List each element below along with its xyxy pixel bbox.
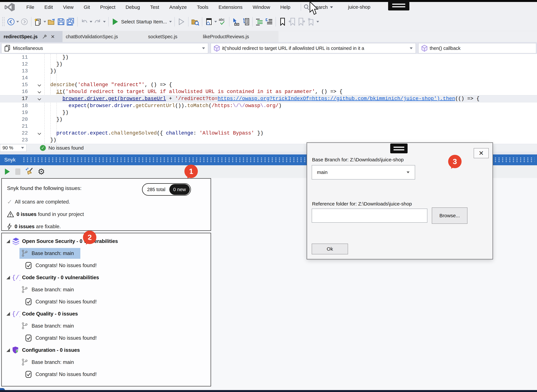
fold-chevron-icon[interactable] — [38, 131, 41, 135]
document-outline-button[interactable] — [241, 18, 250, 26]
menu-edit[interactable]: Edit — [39, 2, 58, 12]
callback-dropdown[interactable]: then() callback — [418, 43, 536, 53]
overflow-caret-icon[interactable] — [214, 21, 217, 23]
undo-dropdown-caret-icon[interactable] — [90, 21, 92, 23]
start-debug-icon[interactable] — [111, 18, 120, 26]
select-startup-item-button[interactable]: Select Startup Item... — [121, 19, 167, 24]
tree-item[interactable]: Congrats! No issues found! — [2, 259, 211, 271]
next-bookmark-button[interactable] — [297, 18, 306, 26]
format-document-button[interactable] — [265, 18, 273, 26]
code-line-17[interactable]: 17 browser.driver.get(browser.baseUrl + … — [0, 95, 537, 102]
code-line-11[interactable]: 11 }) — [0, 54, 537, 61]
tree-item[interactable]: Congrats! No issues found! — [2, 332, 211, 344]
cube-icon — [421, 45, 428, 52]
menu-extensions[interactable]: Extensions — [213, 2, 247, 12]
menu-view[interactable]: View — [58, 2, 79, 12]
tree-section-2[interactable]: {/}Code Quality - 0 issues — [2, 308, 211, 320]
code-line-18[interactable]: 18 expect(browser.driver.getCurrentUrl()… — [0, 102, 537, 109]
tree-item[interactable]: Congrats! No issues found! — [2, 296, 211, 308]
undo-button[interactable] — [80, 18, 89, 26]
tree-section-0[interactable]: Open Source Security - 0 vulnerabilities — [2, 235, 211, 247]
menu-debug[interactable]: Debug — [120, 2, 145, 12]
tree-item[interactable]: Base branch: main — [2, 356, 211, 368]
new-file-button[interactable] — [34, 18, 42, 26]
braces-icon: {/} — [12, 274, 20, 281]
indent-button[interactable] — [255, 18, 264, 26]
tree-item[interactable]: Base branch: main — [2, 284, 211, 296]
tree-item[interactable]: Congrats! No issues found! — [2, 368, 211, 380]
tab-socketspec[interactable]: socketSpec.js — [148, 31, 177, 42]
menu-analyze[interactable]: Analyze — [164, 2, 192, 12]
code-line-20[interactable]: 20 }) — [0, 116, 537, 123]
open-file-button[interactable] — [47, 18, 56, 26]
tree-section-1[interactable]: {/}Code Security - 0 vulnerabilities — [2, 271, 211, 284]
menu-test[interactable]: Test — [145, 2, 164, 12]
browse-button[interactable]: Browse... — [432, 207, 467, 224]
code-line-22[interactable]: 22 protractor.expect.challengeSolved({ c… — [0, 130, 537, 137]
save-all-button[interactable] — [66, 18, 75, 26]
menu-project[interactable]: Project — [95, 2, 120, 12]
navigate-window-button[interactable] — [205, 18, 213, 26]
back-dropdown-caret-icon[interactable] — [16, 21, 19, 23]
project-dropdown[interactable]: Miscellaneous — [1, 43, 208, 53]
bookmark-overflow-caret-icon[interactable] — [316, 21, 319, 23]
svg-text:{/}: {/} — [12, 275, 20, 281]
redo-dropdown-caret-icon[interactable] — [103, 21, 106, 23]
fold-chevron-icon[interactable] — [38, 83, 41, 86]
reference-folder-input[interactable] — [312, 209, 427, 223]
svg-text:{/}: {/} — [12, 311, 20, 317]
save-button[interactable] — [57, 18, 65, 26]
fold-chevron-icon[interactable] — [38, 90, 41, 93]
ok-button[interactable]: Ok — [312, 243, 348, 254]
code-line-15[interactable]: 15 describe('challenge "redirect"', () =… — [0, 81, 537, 88]
startup-dropdown-caret-icon[interactable] — [169, 21, 172, 23]
menu-tools[interactable]: Tools — [192, 2, 213, 12]
toolbar-grip[interactable] — [2, 17, 5, 26]
code-line-21[interactable]: 21 — [0, 123, 537, 130]
snyk-stop-button[interactable] — [15, 168, 20, 175]
navigate-back-button[interactable] — [7, 18, 15, 26]
tree-expander-icon[interactable] — [6, 348, 10, 352]
redo-button[interactable] — [93, 18, 102, 26]
menu-file[interactable]: File — [21, 2, 39, 12]
solution-name[interactable]: juice-shop — [348, 4, 371, 10]
clear-bookmarks-button[interactable] — [307, 18, 315, 26]
navigate-forward-button[interactable] — [20, 18, 29, 26]
snyk-run-scan-button[interactable] — [5, 168, 10, 175]
code-line-16[interactable]: 16 it('should redirect to target URL if … — [0, 88, 537, 95]
tree-expander-icon[interactable] — [6, 312, 10, 316]
tree-item[interactable]: Base branch: main — [2, 247, 211, 259]
code-line-13[interactable]: 13 }) — [0, 68, 537, 75]
tree-item[interactable]: Base branch: main — [2, 320, 211, 332]
code-line-12[interactable]: 12 }) — [0, 61, 537, 68]
new-file-dropdown-caret-icon[interactable] — [43, 21, 46, 23]
run-without-debug-button[interactable] — [177, 18, 186, 26]
pin-icon[interactable] — [42, 34, 47, 39]
toggle-bookmark-button[interactable] — [278, 18, 287, 26]
tree-expander-icon[interactable] — [6, 239, 10, 243]
base-branch-select[interactable]: main — [312, 165, 415, 179]
tab-redirectspec[interactable]: redirectSpec.js ✕ — [0, 31, 62, 42]
menu-help[interactable]: Help — [275, 2, 295, 12]
tab-chatbotvalidationspec[interactable]: chatBotValidationSpec.js — [66, 31, 118, 42]
code-line-19[interactable]: 19 }) — [0, 109, 537, 116]
selection-pointer-button[interactable] — [232, 18, 240, 26]
code-editor[interactable]: 11 })12 })13 })1415 describe('challenge … — [0, 54, 537, 144]
tab-likeproductreviews[interactable]: likeProductReviews.js — [203, 31, 249, 42]
close-tab-icon[interactable]: ✕ — [51, 34, 55, 40]
code-line-14[interactable]: 14 — [0, 75, 537, 81]
fold-chevron-icon[interactable] — [38, 97, 41, 100]
menu-git[interactable]: Git — [79, 2, 95, 12]
member-dropdown[interactable]: it('should redirect to target URL if all… — [211, 43, 416, 53]
zoom-select[interactable]: 90 % — [0, 144, 27, 152]
snyk-clean-results-button[interactable] — [25, 167, 34, 176]
find-in-files-button[interactable] — [191, 18, 200, 26]
spell-check-button[interactable]: abc — [218, 18, 227, 26]
fixable-issues-row: 0 issues are fixable. — [7, 223, 61, 230]
dialog-close-button[interactable]: ✕ — [474, 148, 489, 158]
menu-window[interactable]: Window — [247, 2, 275, 12]
snyk-settings-gear-icon[interactable]: ⚙ — [38, 168, 45, 176]
tree-expander-icon[interactable] — [6, 276, 10, 279]
tree-section-3[interactable]: Configuration - 0 issues — [2, 344, 211, 356]
prev-bookmark-button[interactable] — [288, 18, 296, 26]
